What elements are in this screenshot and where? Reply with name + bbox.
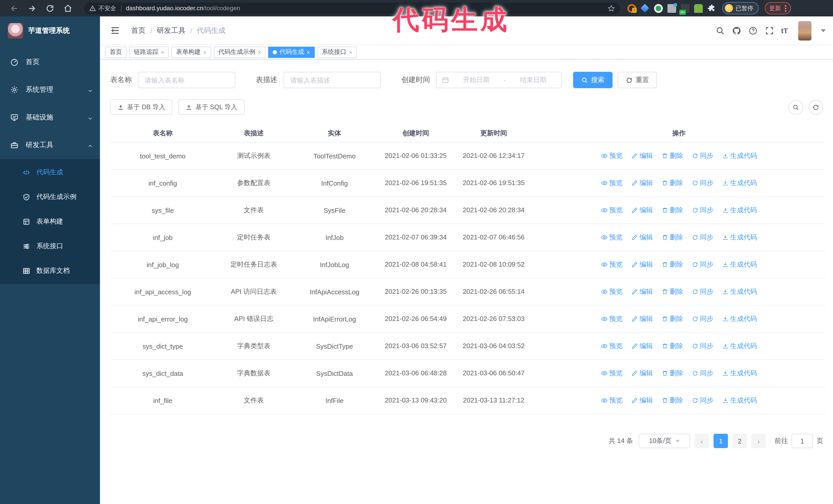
tab-form-builder[interactable]: 表单构建× — [171, 46, 211, 58]
extension-columns-icon[interactable] — [667, 4, 676, 13]
sync-link[interactable]: 同步 — [692, 314, 713, 323]
edit-link[interactable]: 编辑 — [631, 314, 653, 323]
browser-back-icon[interactable] — [10, 4, 19, 13]
search-icon[interactable] — [716, 26, 725, 35]
preview-link[interactable]: 预览 — [601, 260, 623, 269]
reset-button[interactable]: 重置 — [618, 72, 657, 88]
generate-code-link[interactable]: 生成代码 — [722, 151, 757, 161]
delete-link[interactable]: 删除 — [662, 178, 683, 188]
next-page-button[interactable]: › — [752, 434, 766, 448]
sidebar-item-infra[interactable]: 基础设施 — [0, 103, 100, 131]
extension-gem-icon[interactable] — [641, 4, 649, 13]
generate-code-link[interactable]: 生成代码 — [722, 178, 757, 188]
font-size-icon[interactable]: tT — [781, 26, 788, 34]
preview-link[interactable]: 预览 — [601, 369, 623, 378]
bookmark-star-icon[interactable] — [608, 4, 615, 12]
edit-link[interactable]: 编辑 — [631, 206, 653, 215]
search-button[interactable]: 搜索 — [573, 72, 613, 88]
edit-link[interactable]: 编辑 — [631, 178, 653, 188]
help-icon[interactable] — [748, 26, 758, 35]
sync-link[interactable]: 同步 — [692, 206, 713, 215]
tab-tracing[interactable]: 链路追踪× — [129, 46, 169, 58]
extension-bug-icon[interactable] — [694, 4, 703, 13]
address-bar[interactable]: 不安全 dashboard.yudao.iocoder.cn/tool/code… — [84, 2, 620, 14]
table-desc-input[interactable] — [284, 72, 381, 88]
sidebar-item-codegen[interactable]: 代码生成 — [0, 160, 100, 185]
extensions-puzzle-icon[interactable] — [708, 4, 716, 13]
collapse-sidebar-icon[interactable] — [110, 26, 120, 35]
edit-link[interactable]: 编辑 — [631, 341, 653, 351]
delete-link[interactable]: 删除 — [662, 369, 683, 378]
refresh-table-button[interactable] — [808, 100, 823, 115]
generate-code-link[interactable]: 生成代码 — [722, 396, 757, 405]
close-icon[interactable]: × — [258, 49, 261, 55]
fullscreen-icon[interactable] — [765, 26, 774, 35]
edit-link[interactable]: 编辑 — [631, 151, 653, 161]
delete-link[interactable]: 删除 — [662, 314, 683, 323]
sidebar-item-codegen-example[interactable]: 代码生成示例 — [0, 185, 100, 209]
tab-system-api[interactable]: 系统接口× — [317, 46, 357, 58]
user-avatar[interactable] — [798, 21, 811, 40]
preview-link[interactable]: 预览 — [601, 396, 623, 405]
edit-link[interactable]: 编辑 — [631, 396, 653, 405]
generate-code-link[interactable]: 生成代码 — [722, 260, 757, 269]
profile-paused-pill[interactable]: 已暂停 — [722, 2, 758, 14]
generate-code-link[interactable]: 生成代码 — [722, 369, 757, 378]
edit-link[interactable]: 编辑 — [631, 369, 653, 378]
page-size-select[interactable]: 10条/页 — [639, 434, 690, 448]
close-icon[interactable]: × — [307, 49, 310, 55]
user-menu-caret-icon[interactable] — [821, 29, 826, 32]
github-icon[interactable] — [732, 26, 741, 35]
page-button-2[interactable]: 2 — [733, 434, 747, 448]
prev-page-button[interactable]: ‹ — [695, 434, 709, 448]
app-logo[interactable]: 芋道管理系统 — [0, 17, 100, 45]
table-name-input[interactable] — [138, 72, 235, 88]
preview-link[interactable]: 预览 — [601, 341, 623, 351]
preview-link[interactable]: 预览 — [601, 206, 623, 215]
preview-link[interactable]: 预览 — [601, 314, 623, 323]
sync-link[interactable]: 同步 — [692, 151, 713, 161]
edit-link[interactable]: 编辑 — [631, 287, 653, 296]
generate-code-link[interactable]: 生成代码 — [722, 341, 757, 351]
sidebar-item-home[interactable]: 首页 — [0, 48, 100, 76]
close-icon[interactable]: × — [203, 49, 207, 55]
breadcrumb-devtools[interactable]: 研发工具 — [157, 26, 186, 35]
sidebar-item-devtools[interactable]: 研发工具 — [0, 131, 100, 159]
goto-page-input[interactable] — [791, 434, 813, 448]
sidebar-item-db-doc[interactable]: 数据库文档 — [0, 258, 100, 283]
tab-codegen[interactable]: 代码生成× — [268, 46, 315, 58]
browser-update-button[interactable]: 更新 — [765, 2, 791, 14]
sync-link[interactable]: 同步 — [692, 396, 713, 405]
sidebar-item-form-builder[interactable]: 表单构建 — [0, 209, 100, 234]
edit-link[interactable]: 编辑 — [631, 233, 653, 242]
generate-code-link[interactable]: 生成代码 — [722, 206, 757, 215]
close-icon[interactable]: × — [349, 49, 352, 55]
delete-link[interactable]: 删除 — [662, 287, 683, 296]
sidebar-item-system[interactable]: 系统管理 — [0, 76, 100, 103]
delete-link[interactable]: 删除 — [662, 151, 683, 161]
preview-link[interactable]: 预览 — [601, 287, 623, 296]
sync-link[interactable]: 同步 — [692, 178, 713, 188]
preview-link[interactable]: 预览 — [601, 151, 623, 161]
sync-link[interactable]: 同步 — [692, 369, 713, 378]
sync-link[interactable]: 同步 — [692, 341, 713, 351]
extension-check-icon[interactable] — [654, 4, 663, 13]
sync-link[interactable]: 同步 — [692, 233, 713, 242]
delete-link[interactable]: 删除 — [662, 260, 683, 269]
page-button-1[interactable]: 1 — [714, 434, 728, 448]
generate-code-link[interactable]: 生成代码 — [722, 314, 757, 323]
delete-link[interactable]: 删除 — [662, 396, 683, 405]
tab-home[interactable]: 首页 — [105, 46, 127, 58]
generate-code-link[interactable]: 生成代码 — [722, 233, 757, 242]
generate-code-link[interactable]: 生成代码 — [722, 287, 757, 296]
browser-menu-icon[interactable] — [785, 5, 786, 11]
edit-link[interactable]: 编辑 — [631, 260, 653, 269]
sync-link[interactable]: 同步 — [692, 260, 713, 269]
preview-link[interactable]: 预览 — [601, 233, 623, 242]
browser-reload-icon[interactable] — [46, 4, 54, 13]
import-sql-button[interactable]: 基于 SQL 导入 — [178, 99, 244, 115]
close-icon[interactable]: × — [161, 49, 164, 55]
sidebar-item-system-api[interactable]: 系统接口 — [0, 234, 100, 258]
delete-link[interactable]: 删除 — [662, 206, 683, 215]
sync-link[interactable]: 同步 — [692, 287, 713, 296]
